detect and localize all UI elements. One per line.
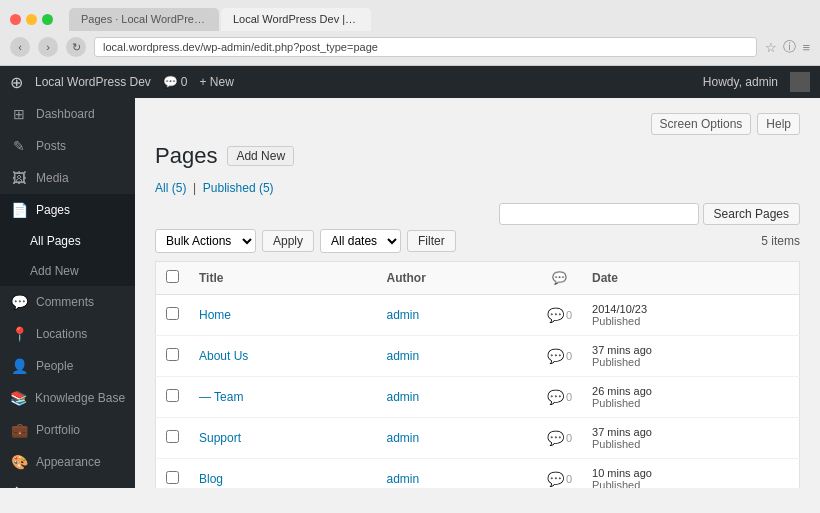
- row-checkbox-home[interactable]: [166, 307, 179, 320]
- row-checkbox-support[interactable]: [166, 430, 179, 443]
- sidebar-item-dashboard[interactable]: ⊞ Dashboard: [0, 98, 135, 130]
- browser-chrome: Pages · Local WordPress · ✕ Local WordPr…: [0, 0, 820, 66]
- comment-bubble-icon-about-us: 💬: [547, 348, 564, 364]
- browser-dots: [10, 14, 53, 25]
- sidebar-item-posts[interactable]: ✎ Posts: [0, 130, 135, 162]
- page-title-team[interactable]: — Team: [199, 390, 243, 404]
- table-row: — Team admin 💬0 26 mins agoPublished: [156, 377, 800, 418]
- portfolio-icon: 💼: [10, 422, 28, 438]
- knowledge-base-icon: 📚: [10, 390, 27, 406]
- table-row: Blog admin 💬0 10 mins agoPublished: [156, 459, 800, 489]
- comment-bubble-icon: 💬: [163, 75, 178, 89]
- filter-published-link[interactable]: Published (5): [203, 181, 274, 195]
- row-checkbox-blog[interactable]: [166, 471, 179, 484]
- appearance-icon: 🎨: [10, 454, 28, 470]
- sidebar-item-plugins[interactable]: 🔌 Plugins: [0, 478, 135, 488]
- screen-options-button[interactable]: Screen Options: [651, 113, 752, 135]
- admin-avatar: [790, 72, 810, 92]
- author-support[interactable]: admin: [387, 431, 420, 445]
- comment-count-blog: 0: [566, 473, 572, 485]
- search-input[interactable]: [499, 203, 699, 225]
- comments-header: 💬: [537, 262, 582, 295]
- page-title-home[interactable]: Home: [199, 308, 231, 322]
- new-content-btn[interactable]: + New: [200, 75, 234, 89]
- items-count-top: 5 items: [761, 234, 800, 248]
- people-icon: 👤: [10, 358, 28, 374]
- sidebar-item-appearance[interactable]: 🎨 Appearance: [0, 446, 135, 478]
- page-header: Pages Add New: [155, 143, 800, 169]
- menu-icon: ≡: [802, 40, 810, 55]
- site-name[interactable]: Local WordPress Dev: [35, 75, 151, 89]
- posts-icon: ✎: [10, 138, 28, 154]
- author-home[interactable]: admin: [387, 308, 420, 322]
- pages-icon: 📄: [10, 202, 28, 218]
- date-blog: 10 mins ago: [592, 467, 789, 479]
- plugins-icon: 🔌: [10, 486, 28, 488]
- select-all-checkbox[interactable]: [166, 270, 179, 283]
- sidebar-item-people[interactable]: 👤 People: [0, 350, 135, 382]
- sidebar-item-add-new-page[interactable]: Add New: [0, 256, 135, 286]
- dot-yellow[interactable]: [26, 14, 37, 25]
- comment-count-home: 0: [566, 309, 572, 321]
- page-title-support[interactable]: Support: [199, 431, 241, 445]
- sidebar-item-media[interactable]: 🖼 Media: [0, 162, 135, 194]
- back-button[interactable]: ‹: [10, 37, 30, 57]
- sidebar-item-pages[interactable]: 📄 Pages: [0, 194, 135, 226]
- dot-red[interactable]: [10, 14, 21, 25]
- comments-icon: 💬: [10, 294, 28, 310]
- row-checkbox-team[interactable]: [166, 389, 179, 402]
- help-button[interactable]: Help: [757, 113, 800, 135]
- sidebar-item-knowledge-base[interactable]: 📚 Knowledge Base: [0, 382, 135, 414]
- comments-count[interactable]: 💬 0: [163, 75, 188, 89]
- apply-button-top[interactable]: Apply: [262, 230, 314, 252]
- author-blog[interactable]: admin: [387, 472, 420, 486]
- page-title-about-us[interactable]: About Us: [199, 349, 248, 363]
- filter-all-link[interactable]: All (5): [155, 181, 190, 195]
- comment-bubble-icon-team: 💬: [547, 389, 564, 405]
- date-about-us: 37 mins ago: [592, 344, 789, 356]
- admin-bar: ⊕ Local WordPress Dev 💬 0 + New Howdy, a…: [0, 66, 820, 98]
- date-header: Date: [582, 262, 799, 295]
- dot-green[interactable]: [42, 14, 53, 25]
- comment-bubble-icon-home: 💬: [547, 307, 564, 323]
- filter-button[interactable]: Filter: [407, 230, 456, 252]
- forward-button[interactable]: ›: [38, 37, 58, 57]
- browser-tab-1[interactable]: Pages · Local WordPress · ✕: [69, 8, 219, 31]
- browser-tab-2[interactable]: Local WordPress Dev | Jus… ✕: [221, 8, 371, 31]
- sidebar-item-all-pages[interactable]: All Pages: [0, 226, 135, 256]
- add-new-page-button[interactable]: Add New: [227, 146, 294, 166]
- main-content: Screen Options Help Pages Add New All (5…: [135, 98, 820, 488]
- page-title-blog[interactable]: Blog: [199, 472, 223, 486]
- sidebar-item-portfolio[interactable]: 💼 Portfolio: [0, 414, 135, 446]
- info-icon: ⓘ: [783, 38, 796, 56]
- date-team: 26 mins ago: [592, 385, 789, 397]
- screen-options-bar: Screen Options Help: [155, 113, 800, 135]
- comment-bubble-icon-blog: 💬: [547, 471, 564, 487]
- reload-button[interactable]: ↻: [66, 37, 86, 57]
- url-bar[interactable]: local.wordpress.dev/wp-admin/edit.php?po…: [94, 37, 757, 57]
- bulk-actions-select-top[interactable]: Bulk Actions: [155, 229, 256, 253]
- table-row: Home admin 💬0 2014/10/23Published: [156, 295, 800, 336]
- comment-count-about-us: 0: [566, 350, 572, 362]
- locations-icon: 📍: [10, 326, 28, 342]
- table-row: About Us admin 💬0 37 mins agoPublished: [156, 336, 800, 377]
- author-header: Author: [377, 262, 537, 295]
- media-icon: 🖼: [10, 170, 28, 186]
- wp-logo-icon[interactable]: ⊕: [10, 73, 23, 92]
- sidebar-item-locations[interactable]: 📍 Locations: [0, 318, 135, 350]
- table-row: Support admin 💬0 37 mins agoPublished: [156, 418, 800, 459]
- comment-count-support: 0: [566, 432, 572, 444]
- author-team[interactable]: admin: [387, 390, 420, 404]
- top-toolbar: Bulk Actions Apply All dates Filter 5 it…: [155, 229, 800, 253]
- comment-count-team: 0: [566, 391, 572, 403]
- howdy-text: Howdy, admin: [703, 75, 778, 89]
- sidebar-item-comments[interactable]: 💬 Comments: [0, 286, 135, 318]
- date-support: 37 mins ago: [592, 426, 789, 438]
- row-checkbox-about-us[interactable]: [166, 348, 179, 361]
- dashboard-icon: ⊞: [10, 106, 28, 122]
- date-home: 2014/10/23: [592, 303, 789, 315]
- date-filter-select[interactable]: All dates: [320, 229, 401, 253]
- author-about-us[interactable]: admin: [387, 349, 420, 363]
- search-pages-button[interactable]: Search Pages: [703, 203, 800, 225]
- pages-table: Title Author 💬 Date Home admin 💬0 2014/1…: [155, 261, 800, 488]
